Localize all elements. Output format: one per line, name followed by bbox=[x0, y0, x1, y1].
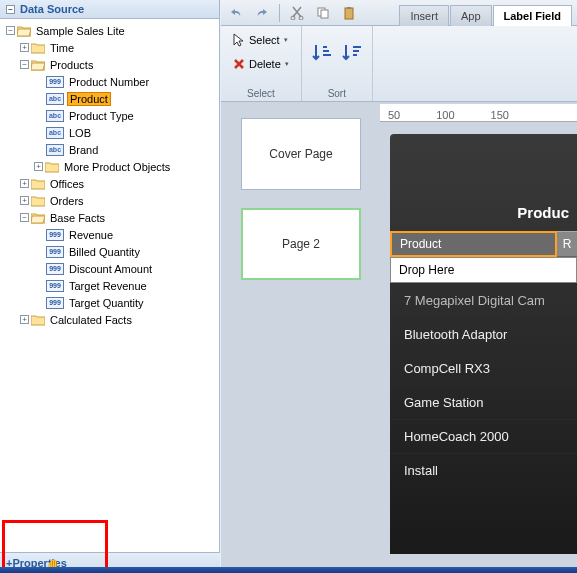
tree-item-more-products[interactable]: + More Product Objects bbox=[0, 158, 219, 175]
status-bar bbox=[0, 567, 577, 573]
preview-title: Produc bbox=[390, 134, 577, 231]
tree-label-selected: Product bbox=[67, 92, 111, 106]
device-preview: Produc Product R Drop Here 7 Megapixel D… bbox=[390, 134, 577, 554]
sort-ascending-button[interactable] bbox=[310, 41, 334, 65]
select-label: Select bbox=[249, 34, 280, 46]
page-thumbnails: Cover Page Page 2 bbox=[221, 102, 381, 573]
svg-rect-9 bbox=[353, 46, 361, 48]
text-field-icon: abc bbox=[46, 93, 64, 105]
tree-label: Products bbox=[48, 59, 95, 71]
list-item[interactable]: 7 Megapixel Digital Cam bbox=[390, 283, 577, 317]
tree-item-target-rev[interactable]: 999 Target Revenue bbox=[0, 277, 219, 294]
tree-item-discount[interactable]: 999 Discount Amount bbox=[0, 260, 219, 277]
expander-minus-icon[interactable]: − bbox=[6, 26, 15, 35]
list-item[interactable]: CompCell RX3 bbox=[390, 351, 577, 385]
tab-app[interactable]: App bbox=[450, 5, 492, 26]
text-field-icon: abc bbox=[46, 110, 64, 122]
cursor-arrow-icon bbox=[233, 33, 245, 47]
expander-plus-icon[interactable]: + bbox=[34, 162, 43, 171]
expander-plus-icon[interactable]: + bbox=[20, 315, 29, 324]
tree-label: Target Revenue bbox=[67, 280, 149, 292]
data-source-title: Data Source bbox=[20, 3, 84, 15]
tree-label: Target Quantity bbox=[67, 297, 146, 309]
tree-item-orders[interactable]: + Orders bbox=[0, 192, 219, 209]
numeric-field-icon: 999 bbox=[46, 246, 64, 258]
numeric-field-icon: 999 bbox=[46, 297, 64, 309]
folder-open-icon bbox=[17, 25, 31, 37]
top-toolbar: Insert App Label Field bbox=[221, 0, 577, 26]
paste-button[interactable] bbox=[338, 3, 360, 23]
delete-label: Delete bbox=[249, 58, 281, 70]
text-field-icon: abc bbox=[46, 144, 64, 156]
list-item[interactable]: HomeCoach 2000 bbox=[390, 419, 577, 453]
ruler-tick: 150 bbox=[491, 109, 509, 121]
numeric-field-icon: 999 bbox=[46, 76, 64, 88]
data-source-tree: − Sample Sales Lite + Time − Products 99… bbox=[0, 19, 219, 552]
folder-icon bbox=[45, 161, 59, 173]
cut-button[interactable] bbox=[286, 3, 308, 23]
tree-label: Product Type bbox=[67, 110, 136, 122]
expander-plus-icon[interactable]: + bbox=[20, 43, 29, 52]
dropdown-caret-icon: ▾ bbox=[284, 36, 288, 44]
list-item[interactable]: Game Station bbox=[390, 385, 577, 419]
preview-column-headers: Product R bbox=[390, 231, 577, 257]
data-source-header[interactable]: − Data Source bbox=[0, 0, 219, 19]
text-field-icon: abc bbox=[46, 127, 64, 139]
tree-item-revenue[interactable]: 999 Revenue bbox=[0, 226, 219, 243]
tree-item-calc-facts[interactable]: + Calculated Facts bbox=[0, 311, 219, 328]
tree-item-brand[interactable]: abc Brand bbox=[0, 141, 219, 158]
expander-minus-icon[interactable]: − bbox=[20, 213, 29, 222]
svg-rect-4 bbox=[345, 8, 353, 19]
drop-target[interactable]: Drop Here bbox=[390, 257, 577, 283]
tree-item-products[interactable]: − Products bbox=[0, 56, 219, 73]
tree-item-target-qty[interactable]: 999 Target Quantity bbox=[0, 294, 219, 311]
svg-rect-10 bbox=[353, 50, 359, 52]
list-item[interactable]: Bluetooth Adaptor bbox=[390, 317, 577, 351]
tree-item-lob[interactable]: abc LOB bbox=[0, 124, 219, 141]
column-header-product[interactable]: Product bbox=[390, 231, 557, 257]
tree-item-time[interactable]: + Time bbox=[0, 39, 219, 56]
tree-label: Sample Sales Lite bbox=[34, 25, 127, 37]
tab-insert[interactable]: Insert bbox=[399, 5, 449, 26]
tree-label: Time bbox=[48, 42, 76, 54]
separator bbox=[279, 4, 280, 22]
expander-plus-icon[interactable]: + bbox=[20, 179, 29, 188]
thumb-page-2[interactable]: Page 2 bbox=[241, 208, 361, 280]
tree-item-product-number[interactable]: 999 Product Number bbox=[0, 73, 219, 90]
tree-label: Billed Quantity bbox=[67, 246, 142, 258]
tree-item-offices[interactable]: + Offices bbox=[0, 175, 219, 192]
sort-descending-button[interactable] bbox=[340, 41, 364, 65]
numeric-field-icon: 999 bbox=[46, 263, 64, 275]
tree-item-base-facts[interactable]: − Base Facts bbox=[0, 209, 219, 226]
tab-label-field[interactable]: Label Field bbox=[493, 5, 572, 26]
tree-label: Product Number bbox=[67, 76, 151, 88]
dropdown-caret-icon: ▾ bbox=[285, 60, 289, 68]
ribbon-group-select: Select ▾ Delete ▾ Select bbox=[221, 26, 302, 101]
folder-open-icon bbox=[31, 212, 45, 224]
tree-item-product-type[interactable]: abc Product Type bbox=[0, 107, 219, 124]
tree-item-billed-qty[interactable]: 999 Billed Quantity bbox=[0, 243, 219, 260]
expander-plus-icon[interactable]: + bbox=[20, 196, 29, 205]
tree-label: Calculated Facts bbox=[48, 314, 134, 326]
select-button[interactable]: Select ▾ bbox=[229, 29, 293, 51]
undo-button[interactable] bbox=[225, 3, 247, 23]
delete-button[interactable]: Delete ▾ bbox=[229, 53, 293, 75]
redo-button[interactable] bbox=[251, 3, 273, 23]
folder-open-icon bbox=[31, 59, 45, 71]
thumb-cover-page[interactable]: Cover Page bbox=[241, 118, 361, 190]
expander-minus-icon[interactable]: − bbox=[20, 60, 29, 69]
folder-icon bbox=[31, 42, 45, 54]
tree-label: Discount Amount bbox=[67, 263, 154, 275]
copy-button[interactable] bbox=[312, 3, 334, 23]
tree-item-product[interactable]: abc Product bbox=[0, 90, 219, 107]
list-item[interactable]: Install bbox=[390, 453, 577, 487]
tree-label: Orders bbox=[48, 195, 86, 207]
column-header-r[interactable]: R bbox=[557, 231, 577, 257]
collapse-icon[interactable]: − bbox=[6, 5, 15, 14]
ribbon: Select ▾ Delete ▾ Select Sort bbox=[221, 26, 577, 102]
horizontal-ruler: 50 100 150 bbox=[380, 104, 577, 122]
svg-rect-3 bbox=[321, 10, 328, 18]
svg-rect-7 bbox=[323, 50, 329, 52]
folder-icon bbox=[31, 178, 45, 190]
tree-root[interactable]: − Sample Sales Lite bbox=[0, 22, 219, 39]
